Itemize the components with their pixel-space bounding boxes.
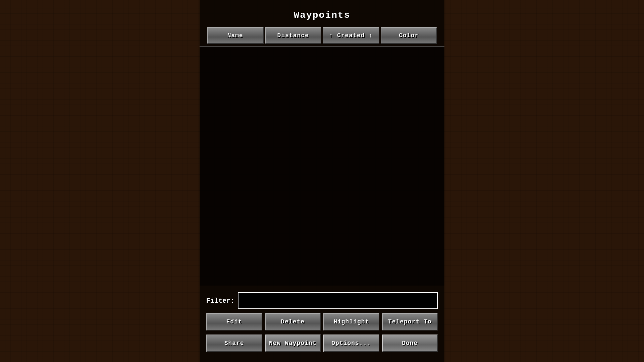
options-button[interactable]: Options...	[323, 335, 379, 352]
waypoints-list	[200, 47, 444, 286]
page-title: Waypoints	[293, 10, 350, 20]
filter-row: Filter:	[206, 292, 438, 309]
done-button[interactable]: Done	[382, 335, 438, 352]
new-waypoint-button[interactable]: New Waypoint	[265, 335, 321, 352]
column-header-distance[interactable]: Distance	[265, 27, 322, 44]
filter-input[interactable]	[238, 292, 438, 309]
delete-button[interactable]: Delete	[265, 313, 321, 330]
edit-button[interactable]: Edit	[206, 313, 262, 330]
teleport-to-button[interactable]: Teleport To	[382, 313, 438, 330]
column-header-created[interactable]: ↑ Created ↑	[323, 27, 379, 44]
action-buttons-row2: Share New Waypoint Options... Done	[206, 335, 438, 352]
header-divider	[200, 46, 444, 47]
bottom-controls: Filter: Edit Delete Highlight Teleport T…	[200, 286, 444, 362]
column-header-color[interactable]: Color	[381, 27, 437, 44]
column-headers: Name Distance ↑ Created ↑ Color	[206, 27, 438, 44]
filter-label: Filter:	[206, 297, 234, 305]
column-header-name[interactable]: Name	[207, 27, 264, 44]
content-wrapper: Waypoints Name Distance ↑ Created ↑ Colo…	[200, 0, 444, 362]
share-button[interactable]: Share	[206, 335, 262, 352]
action-buttons-row1: Edit Delete Highlight Teleport To	[206, 313, 438, 330]
highlight-button[interactable]: Highlight	[323, 313, 379, 330]
